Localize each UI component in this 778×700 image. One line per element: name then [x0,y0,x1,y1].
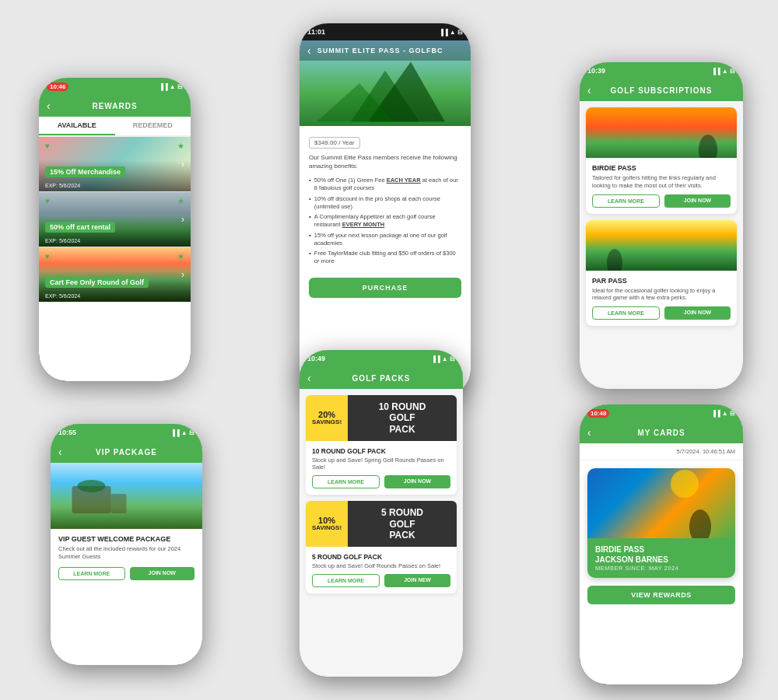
pack-join-5[interactable]: JOIN NEW [384,574,450,587]
status-time-vip: 10:55 [58,429,76,436]
bullet-text-4: 15% off your next lesson package at one … [314,232,461,247]
status-icons-subs: ▐▐ ▲ ⊟ [711,68,735,75]
summit-price: $349.00 / Year [309,137,360,149]
par-learn-more[interactable]: LEARN MORE [592,306,660,320]
status-bar-vip: 10:55 ▐▐ ▲ ⊟ [51,424,202,441]
rewards-tabs: AVAILABLE REDEEMED [39,117,191,137]
heart-icon-1: ♥ [45,142,50,150]
vip-join-now[interactable]: JOIN NOW [130,567,195,580]
chevron-icon-1: › [181,159,184,170]
nav-bar-packs: ‹ GOLF PACKS [300,367,463,389]
birdie-hero [586,107,737,158]
bullet-text-5: Free TaylorMade club fitting and $50 off… [314,250,461,265]
birdie-body: BIRDIE PASS Tailored for golfers hitting… [586,158,737,214]
reward-card-3[interactable]: ♥ ★ Cart Fee Only Round of Golf EXP: 5/6… [39,247,191,302]
status-time-subs: 10:39 [587,67,605,75]
bullet-text-1: 50% off One (1) Green Fee EACH YEAR at e… [314,177,461,192]
pack-badge-10: 20% SAVINGS! [306,395,348,441]
status-icons-summit: ▐▐ ▲ ⊟ [439,29,463,36]
nav-title-vip: VIP PACKAGE [96,448,157,457]
vip-title: VIP GUEST WELCOME PACKAGE [58,535,194,543]
pack-learn-10[interactable]: LEARN MORE [312,475,380,488]
back-button-vip[interactable]: ‹ [58,446,62,458]
summit-bullets: • 50% off One (1) Green Fee EACH YEAR at… [309,177,461,265]
bullet-text-2: 10% off discount in the pro shops at eac… [314,195,461,211]
status-bar-cards: 10:48 ▐▐ ▲ ⊟ [580,404,743,422]
status-time-packs: 10:49 [307,355,325,362]
pack-join-10[interactable]: JOIN NOW [384,475,450,488]
svg-point-7 [78,480,106,492]
back-button-rewards[interactable]: ‹ [47,100,51,112]
back-button-cards[interactable]: ‹ [587,426,591,439]
par-title: PAR PASS [592,277,731,285]
bullet-2: • 10% off discount in the pro shops at e… [309,195,461,211]
pack-header-10: 20% SAVINGS! 10 ROUND GOLF PACK [306,395,457,441]
birdie-join-now[interactable]: JOIN NOW [664,194,731,208]
pack-body-5: 5 ROUND GOLF PACK Stock up and Save! Gol… [306,547,457,593]
bullet-1: • 50% off One (1) Green Fee EACH YEAR at… [309,177,461,192]
tab-redeemed[interactable]: REDEEMED [115,117,191,135]
svg-point-8 [671,470,699,498]
pack-card-5round: 10% SAVINGS! 5 ROUND GOLF PACK [306,501,457,593]
bullet-dot-3: • [309,213,311,229]
chevron-icon-3: › [181,269,184,280]
star-icon-1: ★ [177,142,184,150]
birdie-svg [586,107,737,158]
birdie-desc: Tailored for golfers hitting the links r… [592,174,731,190]
status-bar-packs: 10:49 ▐▐ ▲ ⊟ [300,350,463,367]
nav-bar-vip: ‹ VIP PACKAGE [51,441,202,463]
heart-icon-3: ♥ [45,252,50,261]
view-rewards-button[interactable]: VIEW REWARDS [587,586,735,604]
reward-card-1[interactable]: ♥ ★ 15% Off Merchandise EXP: 5/6/2024 › [39,137,191,191]
back-button-packs[interactable]: ‹ [307,372,311,384]
pack-savings-label-5: SAVINGS! [312,525,342,532]
pack-badge-5: 10% SAVINGS! [306,501,348,547]
phone-subs: 10:39 ▐▐ ▲ ⊟ ‹ GOLF SUBSCRIPTIONS [580,62,743,389]
reward-label-2: 50% off cart rental [45,222,115,233]
status-icons-rewards: ▐▐ ▲ ⊟ [159,83,183,90]
member-card-hero [587,468,735,538]
vip-desc: Check out all the included rewards for o… [58,545,194,561]
par-join-now[interactable]: JOIN NOW [664,306,731,320]
bullet-5: • Free TaylorMade club fitting and $50 o… [309,250,461,265]
mountain-svg [300,40,471,126]
phone-packs: 10:49 ▐▐ ▲ ⊟ ‹ GOLF PACKS 20% SAVI [300,350,463,677]
scene: 10:46 ▐▐ ▲ ⊟ ‹ REWARDS AVAILABLE REDEEME… [0,0,778,700]
status-time-summit: 11:01 [307,28,325,36]
pack-title-area-10: 10 ROUND GOLF PACK [348,395,457,441]
svg-point-3 [699,135,717,158]
birdie-buttons: LEARN MORE JOIN NOW [592,194,731,208]
reward-card-2[interactable]: ♥ ★ 50% off cart rental EXP: 5/6/2024 › [39,192,191,247]
reward-label-3: Cart Fee Only Round of Golf [45,277,149,288]
birdie-learn-more[interactable]: LEARN MORE [592,194,660,208]
vip-svg [51,463,202,529]
sub-card-birdie: BIRDIE PASS Tailored for golfers hitting… [586,107,737,214]
nav-bar-subs: ‹ GOLF SUBSCRIPTIONS [580,79,743,101]
svg-point-4 [607,249,622,271]
chevron-icon-2: › [181,214,184,225]
summit-hero-image: ‹ SUMMIT ELITE PASS - GOLFBC [300,40,471,126]
heart-icon-2: ♥ [45,197,50,205]
purchase-button[interactable]: PURCHASE [309,278,461,298]
bullet-dot-1: • [309,177,311,192]
svg-point-9 [689,509,711,538]
member-since: MEMBER SINCE: MAY 2024 [595,565,727,572]
back-button-subs[interactable]: ‹ [587,84,591,96]
tab-available[interactable]: AVAILABLE [39,117,115,135]
pack-desc-5: Stock up and Save! Golf Rounds Passes on… [312,562,450,569]
cards-timestamp: 5/7/2024, 10:46:51 AM [580,443,743,460]
nav-title-packs: GOLF PACKS [352,374,411,383]
card-hero-svg [587,468,735,538]
member-name: JACKSON BARNES [595,555,727,565]
pack-btns-5: LEARN MORE JOIN NEW [312,574,450,587]
pack-savings-label-10: SAVINGS! [312,419,342,426]
bullet-text-3: A Complimentary Appetizer at each golf c… [314,213,461,229]
pack-header-5: 10% SAVINGS! 5 ROUND GOLF PACK [306,501,457,547]
nav-title-cards: MY CARDS [637,429,685,437]
member-card: BIRDIE PASS JACKSON BARNES MEMBER SINCE:… [587,468,735,578]
pack-learn-5[interactable]: LEARN MORE [312,574,380,587]
vip-learn-more[interactable]: LEARN MORE [58,567,125,580]
pack-title-10: 10 ROUND GOLF PACK [379,401,426,435]
par-desc: Ideal for the occasional golfer looking … [592,287,731,303]
phone-vip: 10:55 ▐▐ ▲ ⊟ ‹ VIP PACKAGE [51,424,202,665]
